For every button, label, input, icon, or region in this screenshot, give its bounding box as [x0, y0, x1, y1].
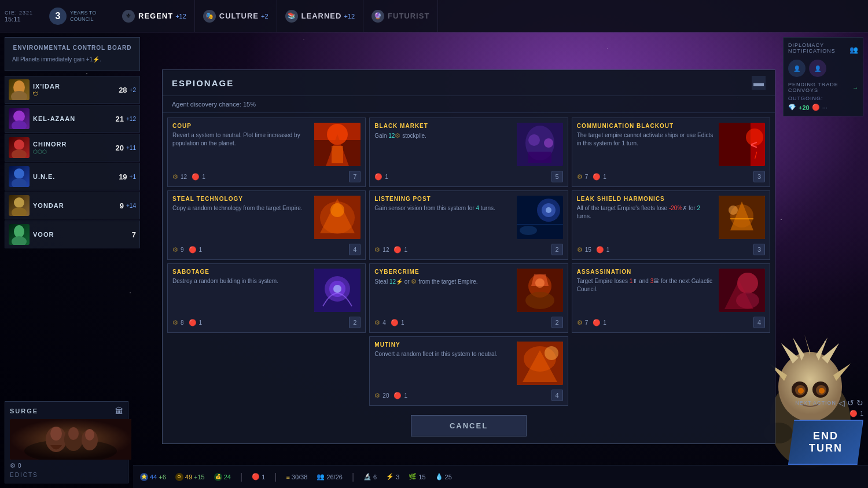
assassination-title: ASSASSINATION — [577, 269, 715, 275]
nav-learned[interactable]: 📚 LEARNED +12 — [277, 0, 364, 32]
nav-learned-label: LEARNED — [301, 12, 342, 20]
stat-research-value: 6 — [373, 474, 377, 480]
stat-separator-3: | — [352, 472, 354, 482]
blackout-image: < / — [719, 123, 765, 166]
listening-desc: Gain sensor vision from this system for … — [374, 204, 513, 212]
sabotage-badge: 2 — [349, 317, 361, 328]
assassination-cost: ⚙7 🔴1 — [577, 319, 606, 326]
stat-gear-delta: +15 — [194, 474, 205, 480]
stat-energy: ⚡ 3 — [386, 473, 399, 480]
end-turn-counter: 1 — [860, 410, 863, 417]
mutiny-cost: ⚙20 🔴1 — [374, 392, 407, 399]
cybercrime-badge: 2 — [551, 317, 563, 328]
agent-stat-icon: 🔴 — [252, 473, 260, 480]
player-avatar-6 — [9, 224, 30, 245]
discovery-bar: Agent discovery chance: 15% — [163, 96, 775, 113]
nav-futurist[interactable]: 🔮 FUTURIST — [363, 0, 438, 32]
learned-icon: 📚 — [285, 10, 298, 23]
cie-label: CIE: 2321 — [5, 10, 42, 16]
steal-title: STEAL TECHNOLOGY — [172, 196, 311, 202]
blackout-title: COMMUNICATION BLACKOUT — [577, 123, 715, 129]
futurist-icon: 🔮 — [372, 10, 384, 23]
steal-cost: ⚙9 🔴1 — [172, 246, 202, 254]
edicts-label: EDICTS — [10, 472, 123, 478]
svg-point-11 — [12, 236, 27, 245]
spy-card-coup[interactable]: COUP Revert a system to neutral. Plot ti… — [167, 118, 366, 187]
player-row[interactable]: IX'IDAR 🛡 28 +2 — [5, 76, 140, 104]
spy-card-leak[interactable]: LEAK SHIELD HARMONICS All of the target … — [572, 190, 770, 260]
player-row[interactable]: YONDAR 9 +14 — [5, 192, 140, 219]
mutiny-badge: 4 — [551, 390, 563, 401]
redo-icon[interactable]: ↻ — [856, 398, 863, 408]
player-icons-3: ⬡⬡⬡ — [33, 149, 112, 155]
svg-point-8 — [14, 197, 24, 208]
assassination-image — [719, 269, 765, 312]
player-delta-3: +11 — [126, 145, 136, 151]
spy-card-assassination[interactable]: ASSASSINATION Target Empire loses 1⬆ and… — [572, 263, 770, 333]
blackmarket-cost: 🔴1 — [374, 173, 388, 181]
surge-panel: SURGE 🏛 — [5, 401, 128, 483]
stat-credits: 💰 24 — [214, 473, 231, 481]
svg-point-27 — [528, 134, 540, 146]
leak-badge: 3 — [753, 244, 765, 255]
diplomacy-icon: 👥 — [849, 46, 858, 54]
player-row[interactable]: U.N.E. 19 +1 — [5, 163, 140, 190]
surge-image — [10, 419, 131, 460]
spy-card-cybercrime[interactable]: CYBERCRIME Steal 12⚡ or ⚙ from the targe… — [369, 263, 568, 333]
svg-point-48 — [729, 206, 738, 215]
spy-card-sabotage[interactable]: SABOTAGE Destroy a random building in th… — [167, 263, 366, 333]
undo-icon[interactable]: ↺ — [847, 398, 854, 408]
food-icon: 🌿 — [409, 473, 417, 480]
spy-card-blackout[interactable]: COMMUNICATION BLACKOUT The target empire… — [572, 118, 770, 187]
stat-gear: ⚙ 49 +15 — [175, 473, 205, 481]
arrow-left-icon[interactable]: ◁ — [838, 398, 845, 408]
listening-badge: 2 — [551, 244, 563, 255]
cie-info: CIE: 2321 15:11 — [5, 10, 42, 23]
svg-rect-26 — [528, 152, 551, 163]
player-row[interactable]: CHINORR ⬡⬡⬡ 20 +11 — [5, 134, 140, 162]
mutiny-desc: Convert a random fleet in this system to… — [374, 350, 513, 358]
stat-gear-value: 49 — [185, 474, 192, 480]
cancel-button[interactable]: CANCEL — [411, 415, 527, 436]
listening-cost: ⚙12 🔴1 — [374, 246, 407, 254]
leak-desc: All of the target Empire's fleets lose -… — [577, 204, 715, 221]
spy-card-mutiny[interactable]: MUTINY Convert a random fleet in this sy… — [369, 336, 568, 406]
player-row[interactable]: KEL-AZAAN 21 +12 — [5, 105, 140, 133]
spy-card-steal[interactable]: STEAL TECHNOLOGY Copy a random technolog… — [167, 190, 366, 260]
coup-badge: 7 — [349, 171, 361, 182]
svg-point-62 — [545, 346, 558, 360]
end-turn-button[interactable]: ENDTURN — [788, 420, 863, 465]
panel-close-button[interactable]: ▬ — [752, 76, 766, 90]
nav-culture[interactable]: 🎭 CULTURE +2 — [195, 0, 277, 32]
nav-regent[interactable]: ⚜ REGENT +12 — [114, 0, 195, 32]
player-score-1: 28 — [119, 86, 127, 94]
cards-grid: COUP Revert a system to neutral. Plot ti… — [163, 113, 775, 410]
svg-point-6 — [14, 168, 24, 179]
blackmarket-desc: Gain 12⚙ stockpile. — [374, 131, 513, 140]
cie-time: 15:11 — [5, 16, 42, 23]
svg-point-9 — [12, 207, 27, 216]
nav-regent-label: REGENT — [138, 12, 173, 20]
blackmarket-image — [517, 123, 563, 166]
svg-point-17 — [68, 427, 79, 440]
player-row[interactable]: VOOR 7 — [5, 221, 140, 248]
player-avatar-2 — [9, 108, 30, 129]
player-score-4: 19 — [119, 173, 127, 181]
coup-cost: ⚙12 🔴1 — [172, 173, 205, 181]
nav-culture-badge: +2 — [261, 13, 269, 20]
svg-point-19 — [85, 429, 94, 441]
player-score-3: 20 — [116, 144, 124, 152]
spy-card-blackmarket[interactable]: BLACK MARKET Gain 12⚙ stockpile. 🔴1 — [369, 118, 568, 187]
svg-point-42 — [546, 207, 551, 213]
top-bar: CIE: 2321 15:11 3 YEARS TO COUNCIL ⚜ REG… — [0, 0, 868, 32]
player-avatar-5 — [9, 195, 30, 216]
spy-card-listening[interactable]: LISTENING POST Gain sensor vision from t… — [369, 190, 568, 260]
player-delta-2: +12 — [126, 116, 136, 122]
stat-research: 🔬 6 — [363, 473, 377, 480]
nav-culture-label: CULTURE — [219, 12, 259, 20]
sabotage-image — [314, 269, 361, 312]
stat-minerals-value: 25 — [445, 474, 452, 480]
stat-ships-value: 26/26 — [326, 474, 343, 480]
player-name-6: VOOR — [33, 231, 128, 238]
next-action-row: NEXT ACTION ◁ ↺ ↻ — [788, 398, 863, 408]
